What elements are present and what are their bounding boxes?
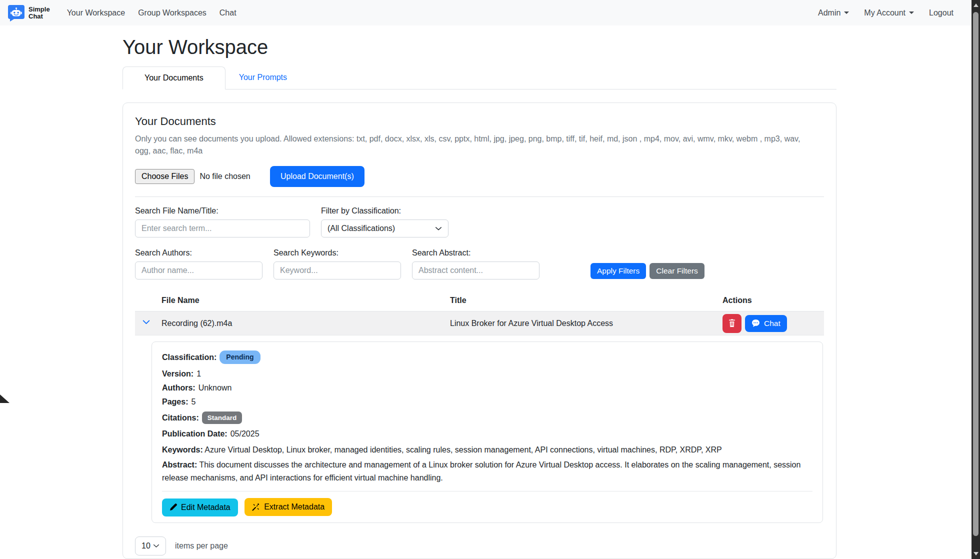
file-input-group: Choose Files No file chosen bbox=[135, 169, 270, 184]
extract-metadata-button[interactable]: Extract Metadata bbox=[244, 498, 332, 516]
row-expander[interactable] bbox=[135, 318, 158, 328]
classification-select[interactable]: (All Classifications) bbox=[321, 220, 448, 238]
classification-badge: Pending bbox=[220, 350, 260, 364]
filters-row-1: Search File Name/Title: Filter by Classi… bbox=[135, 206, 824, 238]
version-line: Version: 1 bbox=[162, 370, 812, 378]
chevron-down-icon bbox=[909, 12, 914, 14]
magic-wand-icon bbox=[252, 503, 260, 511]
nav-my-account-dropdown[interactable]: My Account bbox=[859, 4, 919, 22]
pages-line: Pages: 5 bbox=[162, 398, 812, 406]
keywords-line: Keywords: Azure Virtual Desktop, Linux b… bbox=[162, 444, 812, 456]
row-actions: Chat bbox=[722, 314, 824, 333]
primary-nav: Your Workspace Group Workspaces Chat bbox=[62, 4, 242, 22]
chevron-down-icon bbox=[142, 318, 150, 326]
items-per-page-select[interactable]: 10 bbox=[135, 536, 166, 556]
search-authors-label: Search Authors: bbox=[135, 248, 262, 258]
workspace-tabs: Your Documents Your Prompts bbox=[122, 66, 836, 90]
file-chosen-status: No file chosen bbox=[200, 172, 250, 181]
search-abstract-label: Search Abstract: bbox=[412, 248, 540, 258]
allowed-extensions-text: Only you can see documents you upload. A… bbox=[135, 133, 815, 157]
trash-icon bbox=[728, 319, 736, 328]
main-container: Your Workspace Your Documents Your Promp… bbox=[122, 36, 836, 559]
brand-name: Simple Chat bbox=[28, 6, 50, 20]
document-details-panel: Classification: Pending Version: 1 Autho… bbox=[152, 342, 823, 523]
search-title-label: Search File Name/Title: bbox=[135, 206, 310, 216]
scrollbar-thumb[interactable] bbox=[973, 12, 978, 536]
search-abstract-input[interactable] bbox=[412, 262, 540, 280]
apply-filters-button[interactable]: Apply Filters bbox=[590, 263, 646, 279]
scrollbar-down-arrow-icon[interactable] bbox=[974, 552, 978, 556]
classification-field: Filter by Classification: (All Classific… bbox=[321, 206, 448, 238]
choose-files-button[interactable]: Choose Files bbox=[135, 169, 194, 184]
chevron-down-icon bbox=[435, 225, 442, 232]
page-title: Your Workspace bbox=[122, 36, 836, 58]
nav-group-workspaces[interactable]: Group Workspaces bbox=[133, 4, 212, 22]
nav-chat[interactable]: Chat bbox=[214, 4, 242, 22]
row-file-name: Recording (62).m4a bbox=[158, 319, 450, 328]
search-authors-input[interactable] bbox=[135, 262, 262, 280]
pagination-controls: 10 items per page bbox=[135, 536, 824, 556]
chat-with-document-button[interactable]: Chat bbox=[745, 315, 787, 332]
search-authors-field: Search Authors: bbox=[135, 248, 262, 280]
search-title-field: Search File Name/Title: bbox=[135, 206, 310, 238]
your-documents-card: Your Documents Only you can see document… bbox=[122, 102, 836, 559]
pencil-icon bbox=[170, 504, 177, 511]
card-title: Your Documents bbox=[135, 115, 824, 128]
top-navbar: Simple Chat Your Workspace Group Workspa… bbox=[0, 0, 972, 26]
filter-buttons: Apply Filters Clear Filters bbox=[590, 263, 704, 279]
upload-documents-button[interactable]: Upload Document(s) bbox=[270, 166, 364, 187]
scrollbar-up-arrow-icon[interactable] bbox=[974, 4, 978, 7]
row-title: Linux Broker for Azure Virtual Desktop A… bbox=[450, 319, 722, 328]
table-header-row: File Name Title Actions bbox=[135, 292, 824, 312]
authors-line: Authors: Unknown bbox=[162, 384, 812, 392]
search-keywords-label: Search Keywords: bbox=[274, 248, 401, 258]
nav-admin-dropdown[interactable]: Admin bbox=[813, 4, 854, 22]
citations-badge: Standard bbox=[202, 412, 242, 424]
tab-your-prompts[interactable]: Your Prompts bbox=[226, 66, 300, 89]
brand-logo[interactable]: Simple Chat bbox=[7, 4, 50, 22]
classification-label: Filter by Classification: bbox=[321, 206, 448, 216]
filters-row-2: Search Authors: Search Keywords: Search … bbox=[135, 248, 824, 280]
clear-filters-button[interactable]: Clear Filters bbox=[650, 263, 704, 279]
nav-your-workspace[interactable]: Your Workspace bbox=[62, 4, 130, 22]
chat-bubble-icon bbox=[752, 319, 760, 328]
nav-logout[interactable]: Logout bbox=[924, 4, 958, 22]
browser-scrollbar[interactable] bbox=[972, 0, 980, 559]
secondary-nav: Admin My Account Logout bbox=[813, 4, 958, 22]
chevron-down-icon bbox=[153, 542, 160, 549]
actions-column-header: Actions bbox=[722, 296, 824, 305]
file-name-column-header: File Name bbox=[158, 296, 450, 305]
search-abstract-field: Search Abstract: bbox=[412, 248, 540, 280]
chevron-down-icon bbox=[844, 12, 849, 14]
items-per-page-label: items per page bbox=[175, 542, 228, 550]
upload-row: Choose Files No file chosen Upload Docum… bbox=[135, 166, 824, 187]
search-title-input[interactable] bbox=[135, 220, 310, 238]
tab-your-documents[interactable]: Your Documents bbox=[122, 66, 226, 90]
documents-table: File Name Title Actions Recording (62).m… bbox=[135, 292, 824, 523]
delete-document-button[interactable] bbox=[722, 314, 742, 333]
title-column-header: Title bbox=[450, 296, 722, 305]
classification-line: Classification: Pending bbox=[162, 350, 812, 364]
edit-metadata-button[interactable]: Edit Metadata bbox=[162, 498, 238, 516]
search-keywords-input[interactable] bbox=[274, 262, 401, 280]
simple-chat-logo-icon bbox=[7, 4, 26, 22]
search-keywords-field: Search Keywords: bbox=[274, 248, 401, 280]
details-divider bbox=[162, 491, 812, 492]
publication-date-line: Publication Date: 05/2025 bbox=[162, 430, 812, 438]
table-row[interactable]: Recording (62).m4a Linux Broker for Azur… bbox=[135, 312, 824, 336]
section-divider bbox=[135, 196, 824, 197]
details-buttons: Edit Metadata bbox=[162, 498, 812, 516]
abstract-line: Abstract: This document discusses the ar… bbox=[162, 458, 812, 484]
citations-line: Citations: Standard bbox=[162, 412, 812, 424]
